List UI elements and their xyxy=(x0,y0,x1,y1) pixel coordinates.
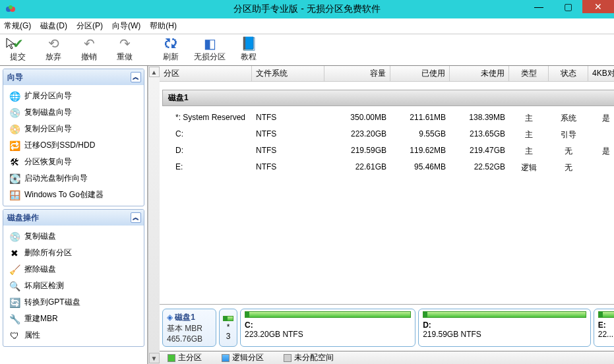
window-title: 分区助手专业版 - 无损分区免费软件 xyxy=(233,3,380,15)
logical-color-icon xyxy=(222,354,230,362)
menu-wizard[interactable]: 向导(W) xyxy=(112,20,140,32)
unalloc-color-icon xyxy=(284,354,292,362)
wizard-item-icon: 🔁 xyxy=(9,140,20,151)
wizard-item-0[interactable]: 🌐扩展分区向导 xyxy=(3,88,144,104)
wizard-item-1[interactable]: 💿复制磁盘向导 xyxy=(3,104,144,121)
ops-item-icon: 🔍 xyxy=(9,281,20,291)
wizard-item-icon: 🪟 xyxy=(9,190,20,200)
disk-map-info[interactable]: ◈ 磁盘1 基本 MBR 465.76GB xyxy=(162,309,216,347)
diskmap-bar xyxy=(598,311,614,318)
disk1-header[interactable]: 磁盘1 xyxy=(162,90,614,106)
ops-item-label: 坏扇区检测 xyxy=(24,280,64,291)
commit-icon: ✔ xyxy=(13,37,24,50)
toolbar-discard[interactable]: ⟲放弃 xyxy=(36,35,71,65)
col-status[interactable]: 状态 xyxy=(549,66,588,81)
sidebar-scrollbar[interactable]: ▲ ▼ xyxy=(148,66,160,364)
col-free[interactable]: 未使用 xyxy=(450,66,509,81)
menu-disk[interactable]: 磁盘(D) xyxy=(40,20,67,32)
wizard-panel: 向导 ︽ 🌐扩展分区向导💿复制磁盘向导📀复制分区向导🔁迁移OS到SSD/HDD🛠… xyxy=(3,69,144,206)
cell-status: 引导 xyxy=(549,129,588,140)
cell-name: E: xyxy=(160,162,252,173)
menu-partition[interactable]: 分区(P) xyxy=(77,20,103,32)
discard-icon: ⟲ xyxy=(48,37,59,50)
partition-table-body: 磁盘1 *: System ReservedNTFS350.00MB211.61… xyxy=(160,82,614,304)
primary-color-icon xyxy=(168,354,175,362)
maximize-button[interactable]: ▢ xyxy=(553,0,582,13)
cell-align: 是 xyxy=(588,113,614,124)
wizard-item-2[interactable]: 📀复制分区向导 xyxy=(3,121,144,137)
cell-free: 22.52GB xyxy=(450,162,509,173)
ops-item-icon: 💿 xyxy=(9,231,20,242)
wizard-panel-title: 向导 xyxy=(7,72,23,83)
col-used[interactable]: 已使用 xyxy=(390,66,450,81)
diskmap-part-label: E: xyxy=(598,320,614,330)
wizard-item-label: 启动光盘制作向导 xyxy=(24,173,88,184)
ops-item-2[interactable]: 🧹擦除磁盘 xyxy=(3,261,144,278)
ops-item-1[interactable]: ✖删除所有分区 xyxy=(3,245,144,261)
disk-map-scheme: 基本 MBR xyxy=(167,323,212,334)
cell-type: 主 xyxy=(509,113,549,124)
panel-collapse-icon[interactable]: ︽ xyxy=(131,212,141,223)
toolbar-tutorial[interactable]: 📘教程 xyxy=(231,35,266,65)
wizard-item-label: Windows To Go创建器 xyxy=(24,189,104,200)
main-pane: 分区 文件系统 容量 已使用 未使用 类型 状态 4KB对齐 磁盘1 *: Sy… xyxy=(160,66,614,364)
ops-item-6[interactable]: 🛡属性 xyxy=(3,327,144,344)
toolbar-lossless[interactable]: ◧无损分区 xyxy=(189,35,231,65)
tutorial-icon: 📘 xyxy=(241,37,257,50)
col-type[interactable]: 类型 xyxy=(509,66,549,81)
scroll-down-icon[interactable]: ▼ xyxy=(149,353,160,363)
cell-fs: NTFS xyxy=(252,146,324,157)
cell-free: 138.39MB xyxy=(450,113,509,124)
ops-panel-header[interactable]: 磁盘操作 ︽ xyxy=(3,210,144,226)
ops-item-3[interactable]: 🔍坏扇区检测 xyxy=(3,278,144,294)
disk-map-reserved[interactable]: * 3 xyxy=(219,309,237,347)
toolbar-commit[interactable]: ✔提交 xyxy=(0,35,36,65)
wizard-item-3[interactable]: 🔁迁移OS到SSD/HDD xyxy=(3,137,144,154)
minimize-button[interactable]: — xyxy=(524,0,553,13)
toolbar-refresh[interactable]: 🗘刷新 xyxy=(153,35,189,65)
col-capacity[interactable]: 容量 xyxy=(324,66,390,81)
ops-item-label: 重建MBR xyxy=(24,313,58,324)
ops-item-0[interactable]: 💿复制磁盘 xyxy=(3,228,144,245)
diskmap-part-1[interactable]: D:219.59GB NTFS xyxy=(418,309,591,347)
wizard-item-label: 复制分区向导 xyxy=(24,123,72,135)
cell-type: 主 xyxy=(509,129,549,140)
wizard-panel-header[interactable]: 向导 ︽ xyxy=(3,69,144,85)
cell-used: 211.61MB xyxy=(390,113,450,124)
wizard-item-6[interactable]: 🪟Windows To Go创建器 xyxy=(3,187,144,203)
col-filesystem[interactable]: 文件系统 xyxy=(252,66,324,81)
wizard-item-4[interactable]: 🛠分区恢复向导 xyxy=(3,154,144,170)
legend: 主分区 逻辑分区 未分配空间 xyxy=(160,351,614,364)
toolbar-undo[interactable]: ↶撤销 xyxy=(71,35,107,65)
ops-item-5[interactable]: 🔧重建MBR xyxy=(3,311,144,327)
cell-free: 213.65GB xyxy=(450,129,509,140)
cell-cap: 223.20GB xyxy=(324,129,390,140)
cell-align: 是 xyxy=(588,146,614,157)
partition-row-0[interactable]: *: System ReservedNTFS350.00MB211.61MB13… xyxy=(160,110,614,127)
partition-row-1[interactable]: C:NTFS223.20GB9.55GB213.65GB主引导 xyxy=(160,127,614,143)
panel-collapse-icon[interactable]: ︽ xyxy=(131,72,141,82)
scroll-up-icon[interactable]: ▲ xyxy=(149,67,160,77)
partition-row-2[interactable]: D:NTFS219.59GB119.62MB219.47GB主无是 xyxy=(160,143,614,160)
col-partition[interactable]: 分区 xyxy=(160,66,252,81)
partition-row-3[interactable]: E:NTFS22.61GB95.46MB22.52GB逻辑无 xyxy=(160,160,614,176)
redo-icon: ↷ xyxy=(119,37,131,50)
menu-help[interactable]: 帮助(H) xyxy=(150,20,177,32)
ops-item-4[interactable]: 🔄转换到GPT磁盘 xyxy=(3,294,144,311)
wizard-item-5[interactable]: 💽启动光盘制作向导 xyxy=(3,170,144,187)
diskmap-part-2[interactable]: E:22.... xyxy=(594,309,614,347)
diskmap-part-0[interactable]: C:223.20GB NTFS xyxy=(240,309,415,347)
cell-type: 逻辑 xyxy=(509,162,549,173)
col-4kb-align[interactable]: 4KB对齐 xyxy=(588,66,614,81)
disk-map-area: ◈ 磁盘1 基本 MBR 465.76GB * 3 C:223.20GB NTF… xyxy=(160,304,614,351)
cell-cap: 350.00MB xyxy=(324,113,390,124)
titlebar: 分区助手专业版 - 无损分区免费软件 — ▢ ✕ xyxy=(0,0,614,18)
cell-align xyxy=(588,129,614,140)
menu-general[interactable]: 常规(G) xyxy=(4,20,31,32)
cell-used: 9.55GB xyxy=(390,129,450,140)
close-button[interactable]: ✕ xyxy=(582,0,614,13)
toolbar-redo[interactable]: ↷重做 xyxy=(107,35,142,65)
wizard-item-icon: 💿 xyxy=(9,107,20,118)
wizard-item-label: 分区恢复向导 xyxy=(24,156,72,167)
table-header: 分区 文件系统 容量 已使用 未使用 类型 状态 4KB对齐 xyxy=(160,66,614,82)
